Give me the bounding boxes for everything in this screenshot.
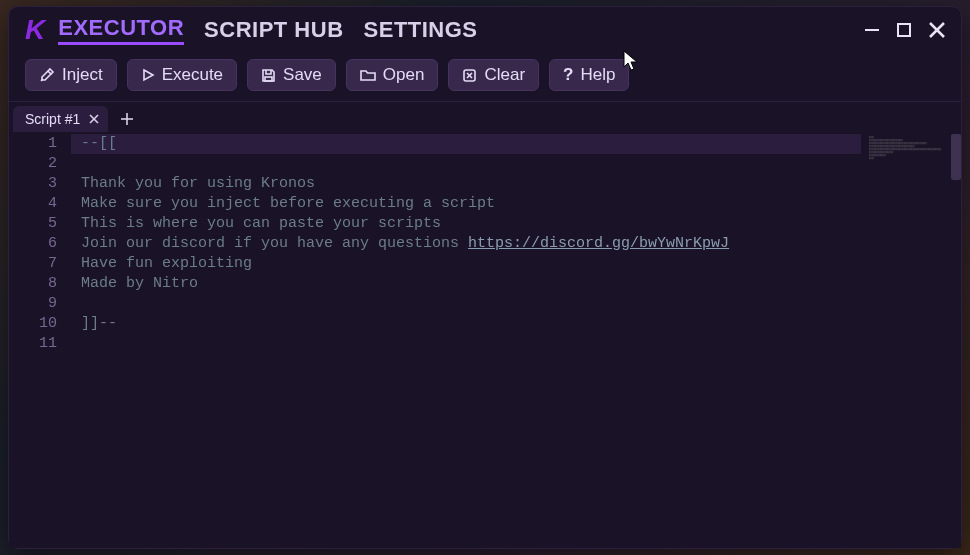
code-line: ]]-- (71, 314, 961, 334)
code-area[interactable]: --[[ Thank you for using Kronos Make sur… (71, 134, 961, 548)
close-icon (927, 20, 947, 40)
execute-label: Execute (162, 65, 223, 85)
inject-button[interactable]: Inject (25, 59, 117, 91)
clear-icon (462, 68, 477, 83)
minimize-button[interactable] (863, 21, 881, 39)
close-button[interactable] (927, 20, 947, 40)
line-number: 11 (9, 334, 57, 354)
line-number: 1 (9, 134, 57, 154)
line-number: 7 (9, 254, 57, 274)
code-line (71, 294, 961, 314)
save-label: Save (283, 65, 322, 85)
discord-link[interactable]: https://discord.gg/bwYwNrKpwJ (468, 235, 729, 252)
line-number: 10 (9, 314, 57, 334)
line-number: 8 (9, 274, 57, 294)
line-gutter: 1 2 3 4 5 6 7 8 9 10 11 (9, 134, 71, 548)
script-tabs: Script #1 (9, 102, 961, 132)
plus-icon (120, 112, 134, 126)
maximize-button[interactable] (895, 21, 913, 39)
nav-script-hub[interactable]: SCRIPT HUB (204, 17, 343, 43)
close-icon (88, 113, 100, 125)
clear-label: Clear (484, 65, 525, 85)
svg-rect-5 (265, 77, 272, 81)
line-number: 3 (9, 174, 57, 194)
line-number: 4 (9, 194, 57, 214)
save-icon (261, 68, 276, 83)
code-line: Made by Nitro (71, 274, 961, 294)
inject-label: Inject (62, 65, 103, 85)
line-number: 5 (9, 214, 57, 234)
window-controls (863, 20, 947, 40)
code-line: Thank you for using Kronos (71, 174, 961, 194)
app-window: K EXECUTOR SCRIPT HUB SETTINGS Inject Ex… (8, 6, 962, 549)
clear-button[interactable]: Clear (448, 59, 539, 91)
line-number: 6 (9, 234, 57, 254)
code-line (71, 334, 961, 354)
nav-tabs: EXECUTOR SCRIPT HUB SETTINGS (58, 15, 863, 45)
help-button[interactable]: ? Help (549, 59, 629, 91)
maximize-icon (895, 21, 913, 39)
code-line: Make sure you inject before executing a … (71, 194, 961, 214)
open-button[interactable]: Open (346, 59, 439, 91)
code-line: Join our discord if you have any questio… (71, 234, 961, 254)
svg-marker-4 (144, 70, 153, 80)
toolbar: Inject Execute Save Open Clear ? Help (9, 53, 961, 102)
title-bar: K EXECUTOR SCRIPT HUB SETTINGS (9, 7, 961, 53)
minimize-icon (863, 21, 881, 39)
editor-scrollbar[interactable] (951, 134, 961, 180)
help-icon: ? (563, 65, 573, 85)
code-line (71, 154, 961, 174)
tab-label: Script #1 (25, 111, 80, 127)
nav-executor[interactable]: EXECUTOR (58, 15, 184, 45)
tab-script-1[interactable]: Script #1 (13, 106, 108, 132)
line-number: 2 (9, 154, 57, 174)
code-line: --[[ (71, 134, 861, 154)
inject-icon (39, 67, 55, 83)
line-number: 9 (9, 294, 57, 314)
folder-icon (360, 68, 376, 82)
execute-button[interactable]: Execute (127, 59, 237, 91)
code-editor[interactable]: 1 2 3 4 5 6 7 8 9 10 11 --[[ Thank you f… (9, 132, 961, 548)
nav-settings[interactable]: SETTINGS (364, 17, 478, 43)
app-logo: K (25, 14, 44, 46)
tab-close-button[interactable] (88, 113, 100, 125)
open-label: Open (383, 65, 425, 85)
code-line: This is where you can paste your scripts (71, 214, 961, 234)
code-line: Have fun exploiting (71, 254, 961, 274)
svg-rect-1 (898, 24, 910, 36)
play-icon (141, 68, 155, 82)
new-tab-button[interactable] (112, 108, 142, 130)
help-label: Help (580, 65, 615, 85)
save-button[interactable]: Save (247, 59, 336, 91)
